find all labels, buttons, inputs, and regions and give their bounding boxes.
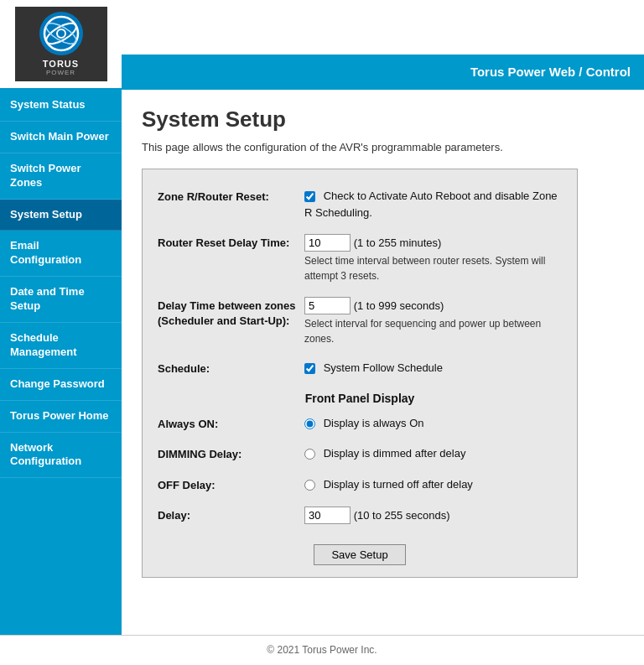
header-title: Torus Power Web / Control	[470, 65, 631, 79]
delay-value: (10 to 255 seconds)	[304, 507, 562, 524]
off-delay-label: OFF Delay:	[158, 476, 304, 493]
sidebar-item-change-password[interactable]: Change Password	[0, 369, 122, 401]
delay-time-value: (1 to 999 seconds) Select interval for s…	[304, 297, 562, 346]
setup-form: Zone R/Router Reset: Check to Activate A…	[142, 169, 578, 578]
router-reset-delay-value: (1 to 255 minutes) Select time interval …	[304, 234, 562, 283]
delay-row: Delay: (10 to 255 seconds)	[158, 500, 562, 531]
sidebar-item-system-status[interactable]: System Status	[0, 90, 122, 122]
zone-router-label: Zone R/Router Reset:	[158, 188, 304, 205]
delay-label: Delay:	[158, 507, 304, 523]
schedule-row: Schedule: System Follow Schedule	[158, 353, 562, 383]
logo-circle	[39, 12, 83, 55]
main-content: System Setup This page allows the config…	[122, 90, 644, 635]
logo-name: TORUS	[43, 59, 79, 69]
zone-router-row: Zone R/Router Reset: Check to Activate A…	[158, 181, 562, 227]
delay-time-input[interactable]	[304, 297, 351, 314]
router-reset-delay-label: Router Reset Delay Time:	[158, 234, 304, 251]
schedule-label: Schedule:	[158, 360, 304, 377]
delay-input[interactable]	[304, 507, 351, 524]
front-panel-header: Front Panel Display	[158, 383, 562, 408]
sidebar-item-email-configuration[interactable]: Email Configuration	[0, 231, 122, 277]
always-on-value: Display is always On	[304, 415, 562, 432]
zone-router-checkbox[interactable]	[304, 191, 315, 202]
logo-box: TORUS POWER	[15, 7, 107, 81]
schedule-checkbox-label[interactable]: System Follow Schedule	[304, 361, 443, 374]
page-description: This page allows the configuration of th…	[142, 141, 624, 153]
dimming-delay-radio[interactable]	[304, 449, 315, 460]
zone-router-checkbox-label[interactable]: Check to Activate Auto Reboot and disabl…	[304, 190, 558, 219]
schedule-checkbox[interactable]	[304, 363, 315, 374]
off-delay-row: OFF Delay: Display is turned off after d…	[158, 470, 562, 500]
sidebar-item-network-configuration[interactable]: Network Configuration	[0, 433, 122, 479]
off-delay-radio[interactable]	[304, 480, 315, 491]
dimming-delay-value: Display is dimmed after delay	[304, 445, 562, 462]
save-row: Save Setup	[158, 531, 562, 565]
always-on-radio[interactable]	[304, 418, 315, 429]
sidebar-item-torus-power-home[interactable]: Torus Power Home	[0, 401, 122, 433]
sidebar-item-schedule-management[interactable]: Schedule Management	[0, 323, 122, 369]
delay-time-row: Delay Time between zones (Scheduler and …	[158, 290, 562, 353]
router-reset-delay-input[interactable]	[304, 234, 351, 252]
footer: © 2021 Torus Power Inc.	[0, 635, 644, 664]
footer-text: © 2021 Torus Power Inc.	[267, 644, 377, 656]
svg-point-3	[57, 29, 65, 38]
sidebar-item-switch-power-zones[interactable]: Switch Power Zones	[0, 153, 122, 200]
logo-area: TORUS POWER	[0, 0, 122, 88]
save-setup-button[interactable]: Save Setup	[314, 544, 405, 565]
layout: System Status Switch Main Power Switch P…	[0, 90, 644, 635]
sidebar-item-date-time-setup[interactable]: Date and Time Setup	[0, 277, 122, 323]
sidebar-item-system-setup[interactable]: System Setup	[0, 200, 122, 231]
off-delay-value: Display is turned off after delay	[304, 476, 562, 493]
delay-time-label: Delay Time between zones (Scheduler and …	[158, 297, 304, 329]
always-on-radio-label[interactable]: Display is always On	[304, 417, 424, 429]
sidebar: System Status Switch Main Power Switch P…	[0, 90, 122, 635]
torus-logo-icon	[42, 14, 80, 53]
dimming-delay-label: DIMMING Delay:	[158, 445, 304, 462]
header: TORUS POWER Torus Power Web / Control	[0, 0, 644, 90]
sidebar-item-switch-main-power[interactable]: Switch Main Power	[0, 122, 122, 153]
zone-router-value: Check to Activate Auto Reboot and disabl…	[304, 188, 562, 221]
page-title: System Setup	[142, 107, 624, 132]
logo-sub: POWER	[46, 69, 75, 76]
header-title-bar: Torus Power Web / Control	[122, 55, 644, 88]
always-on-row: Always ON: Display is always On	[158, 408, 562, 439]
dimming-delay-row: DIMMING Delay: Display is dimmed after d…	[158, 439, 562, 469]
off-delay-radio-label[interactable]: Display is turned off after delay	[304, 478, 473, 491]
schedule-value: System Follow Schedule	[304, 360, 562, 377]
router-reset-delay-row: Router Reset Delay Time: (1 to 255 minut…	[158, 227, 562, 290]
always-on-label: Always ON:	[158, 415, 304, 432]
dimming-delay-radio-label[interactable]: Display is dimmed after delay	[304, 447, 465, 460]
